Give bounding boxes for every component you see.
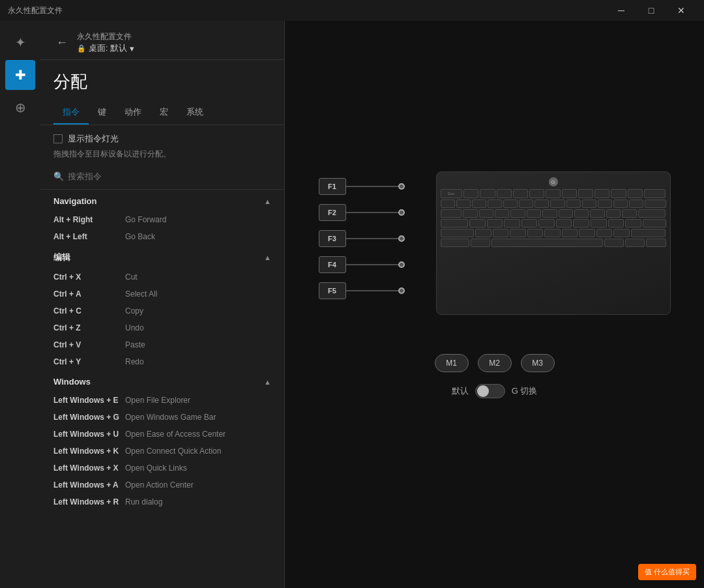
lighting-checkbox-row[interactable]: 显示指令灯光 bbox=[40, 125, 284, 147]
shortcut-label: Ctrl + X bbox=[53, 272, 125, 282]
fn-key-f1-line bbox=[346, 186, 398, 187]
fn-key-f4-label: F4 bbox=[319, 256, 346, 273]
sidebar-item-lighting[interactable]: ✦ bbox=[5, 27, 35, 57]
shortcut-label: Alt + Right bbox=[53, 215, 125, 224]
cmd-description: Go Forward bbox=[125, 215, 166, 224]
panel-title-area: 分配 bbox=[40, 60, 284, 101]
section-title-windows: Windows bbox=[53, 377, 91, 387]
fn-key-f1-row: F1 bbox=[319, 178, 405, 195]
list-item[interactable]: Ctrl + V Paste bbox=[40, 336, 284, 353]
shortcut-label: Ctrl + V bbox=[53, 340, 125, 349]
command-list: Navigation ▲ Alt + Right Go Forward Alt … bbox=[40, 190, 284, 588]
tab-actions[interactable]: 动作 bbox=[115, 101, 151, 125]
fn-key-f2-label: F2 bbox=[319, 204, 346, 221]
profile-label: 桌面: 默认 bbox=[89, 42, 127, 54]
macro-buttons-row: M1 M2 M3 bbox=[435, 354, 555, 372]
fn-key-f1-label: F1 bbox=[319, 178, 346, 195]
fn-key-f3-dot bbox=[398, 235, 405, 242]
list-item[interactable]: Alt + Left Go Back bbox=[40, 228, 284, 245]
section-title-edit: 编辑 bbox=[53, 252, 70, 263]
cmd-description: Redo bbox=[125, 357, 144, 366]
icon-sidebar: ✦ ✚ ⊕ bbox=[0, 21, 40, 588]
macro-button-m1[interactable]: M1 bbox=[435, 354, 469, 372]
right-panel: F1 F2 F3 F4 bbox=[285, 21, 704, 588]
macro-button-m2[interactable]: M2 bbox=[478, 354, 512, 372]
list-item[interactable]: Left Windows + X Open Quick Links bbox=[40, 460, 284, 477]
fn-key-f2-line bbox=[346, 212, 398, 213]
list-item[interactable]: Alt + Right Go Forward bbox=[40, 211, 284, 228]
section-header-edit[interactable]: 编辑 ▲ bbox=[40, 245, 284, 269]
shortcut-label: Ctrl + A bbox=[53, 289, 125, 299]
lock-icon: 🔒 bbox=[77, 44, 86, 53]
page-title: 分配 bbox=[53, 70, 271, 93]
macro-button-m3[interactable]: M3 bbox=[521, 354, 555, 372]
section-toggle-edit: ▲ bbox=[264, 254, 271, 261]
cmd-description: Go Back bbox=[125, 232, 155, 241]
main-panel: ← 永久性配置文件 🔒 桌面: 默认 ▾ ⚙ 分配 指令 键 bbox=[40, 21, 704, 588]
tab-commands[interactable]: 指令 bbox=[53, 101, 89, 125]
tab-system[interactable]: 系统 bbox=[177, 101, 213, 125]
window-controls: ─ □ ✕ bbox=[606, 0, 696, 21]
list-item[interactable]: Left Windows + U Open Ease of Access Cen… bbox=[40, 426, 284, 443]
shortcut-label: Left Windows + K bbox=[53, 447, 125, 456]
list-item[interactable]: Ctrl + Z Undo bbox=[40, 319, 284, 336]
cmd-description: Run dialog bbox=[125, 497, 162, 507]
app-title: 永久性配置文件 bbox=[8, 5, 63, 16]
list-item[interactable]: Left Windows + A Open Action Center bbox=[40, 477, 284, 493]
cmd-description: Open Action Center bbox=[125, 480, 194, 490]
cmd-description: Open Ease of Access Center bbox=[125, 430, 226, 439]
lighting-label: 显示指令灯光 bbox=[68, 133, 119, 145]
keyboard-body: G Esc bbox=[436, 171, 671, 315]
tabs-row: 指令 键 动作 宏 系统 bbox=[40, 101, 284, 125]
cmd-description: Open Connect Quick Action bbox=[125, 447, 221, 456]
tab-keys[interactable]: 键 bbox=[89, 101, 115, 125]
shortcut-label: Ctrl + C bbox=[53, 306, 125, 316]
profile-selector[interactable]: 🔒 桌面: 默认 ▾ bbox=[77, 42, 134, 54]
list-item[interactable]: Ctrl + A Select All bbox=[40, 286, 284, 302]
tab-macros[interactable]: 宏 bbox=[151, 101, 177, 125]
maximize-button[interactable]: □ bbox=[636, 0, 666, 21]
profile-toggle[interactable] bbox=[475, 384, 505, 398]
search-icon: 🔍 bbox=[53, 171, 64, 181]
panel-header: ← 永久性配置文件 🔒 桌面: 默认 ▾ bbox=[40, 21, 284, 60]
fn-key-f4-dot bbox=[398, 261, 405, 268]
sidebar-item-dpi[interactable]: ⊕ bbox=[5, 93, 35, 123]
search-row: 🔍 bbox=[40, 166, 284, 190]
list-item[interactable]: Left Windows + E Open File Explorer bbox=[40, 392, 284, 409]
cmd-description: Open Windows Game Bar bbox=[125, 413, 216, 422]
app-container: ✦ ✚ ⊕ ← 永久性配置文件 🔒 桌面: 默认 ▾ ⚙ bbox=[0, 21, 704, 588]
shortcut-label: Alt + Left bbox=[53, 232, 125, 241]
shortcut-label: Ctrl + Y bbox=[53, 357, 125, 366]
section-title-navigation: Navigation bbox=[53, 196, 96, 206]
section-header-navigation[interactable]: Navigation ▲ bbox=[40, 190, 284, 211]
watermark: 值 什么值得买 bbox=[638, 564, 696, 580]
toggle-right-label: G 切换 bbox=[512, 385, 538, 397]
close-button[interactable]: ✕ bbox=[666, 0, 696, 21]
lighting-checkbox[interactable] bbox=[53, 134, 63, 143]
list-item[interactable]: Left Windows + G Open Windows Game Bar bbox=[40, 409, 284, 426]
sidebar-item-assign[interactable]: ✚ bbox=[5, 60, 35, 90]
section-header-windows[interactable]: Windows ▲ bbox=[40, 370, 284, 392]
search-input[interactable] bbox=[68, 171, 271, 181]
list-item[interactable]: Left Windows + K Open Connect Quick Acti… bbox=[40, 443, 284, 460]
fn-key-f5-dot bbox=[398, 287, 405, 294]
chevron-down-icon: ▾ bbox=[130, 44, 134, 53]
list-item[interactable]: Ctrl + C Copy bbox=[40, 302, 284, 319]
shortcut-label: Left Windows + A bbox=[53, 480, 125, 490]
fn-key-f2-row: F2 bbox=[319, 204, 405, 221]
drag-hint: 拖拽指令至目标设备以进行分配。 bbox=[40, 147, 284, 166]
cmd-description: Cut bbox=[125, 272, 138, 282]
list-item[interactable]: Ctrl + X Cut bbox=[40, 269, 284, 286]
list-item[interactable]: Left Windows + R Run dialog bbox=[40, 493, 284, 510]
list-item[interactable]: Ctrl + Y Redo bbox=[40, 353, 284, 370]
section-toggle-navigation: ▲ bbox=[264, 198, 271, 205]
cmd-description: Open File Explorer bbox=[125, 396, 190, 405]
fn-key-f1-dot bbox=[398, 183, 405, 190]
fn-key-f5-row: F5 bbox=[319, 282, 405, 299]
minimize-button[interactable]: ─ bbox=[606, 0, 636, 21]
shortcut-label: Left Windows + U bbox=[53, 430, 125, 439]
shortcut-label: Left Windows + X bbox=[53, 463, 125, 473]
fn-key-f3-row: F3 bbox=[319, 230, 405, 247]
back-button[interactable]: ← bbox=[53, 33, 70, 52]
fn-key-f3-line bbox=[346, 238, 398, 239]
